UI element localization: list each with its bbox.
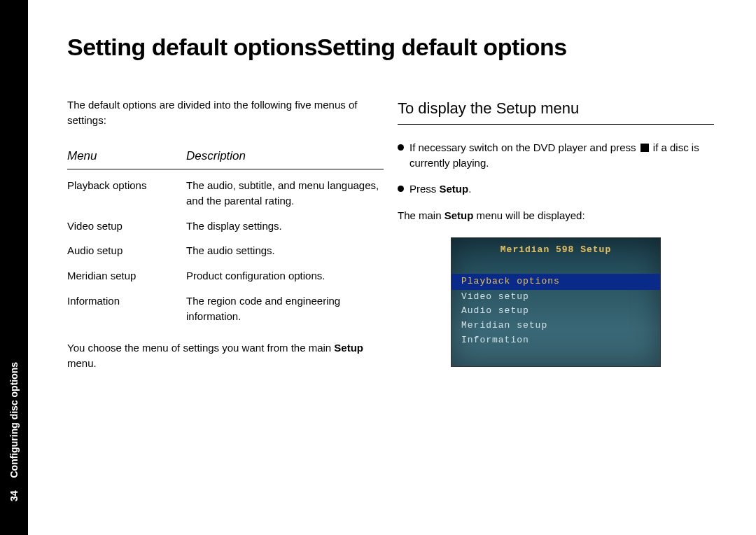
- cell-desc: Product configuration options.: [186, 268, 384, 284]
- closing-suffix: menu.: [67, 357, 97, 369]
- cell-desc: The display settings.: [186, 218, 384, 234]
- closing-text: You choose the menu of settings you want…: [67, 340, 384, 371]
- cell-menu: Playback options: [67, 178, 186, 209]
- screenshot-menu-item: Audio setup: [451, 304, 660, 319]
- followup-suffix: menu will be displayed:: [473, 209, 584, 221]
- menu-table: Menu Description Playback options The au…: [67, 148, 384, 324]
- page-number: 34: [8, 490, 20, 501]
- left-column: The default options are divided into the…: [67, 97, 384, 371]
- screenshot-menu-item: Video setup: [451, 290, 660, 305]
- cell-menu: Audio setup: [67, 243, 186, 258]
- screenshot-menu-item-selected: Playback options: [451, 274, 660, 290]
- step2-suffix: .: [468, 183, 471, 195]
- table-row: Playback options The audio, subtitle, an…: [67, 178, 384, 209]
- table-row: Audio setup The audio settings.: [67, 243, 384, 258]
- cell-menu: Meridian setup: [67, 268, 186, 284]
- table-row: Information The region code and engineer…: [67, 293, 384, 324]
- right-heading: To display the Setup menu: [398, 97, 714, 125]
- table-header-row: Menu Description: [67, 148, 384, 170]
- table-row: Video setup The display settings.: [67, 218, 384, 234]
- intro-text: The default options are divided into the…: [67, 97, 384, 128]
- step2-bold: Setup: [440, 183, 469, 195]
- step-2: Press Setup.: [398, 181, 714, 197]
- stop-icon: [640, 144, 649, 152]
- sidebar-section-label: 34 Configuring disc options: [0, 0, 28, 535]
- screenshot-title: Meridian 598 Setup: [451, 244, 660, 257]
- page-title: Setting default optionsSetting default o…: [67, 34, 714, 67]
- step1-prefix: If necessary switch on the DVD player an…: [410, 141, 639, 153]
- right-column: To display the Setup menu If necessary s…: [398, 97, 714, 371]
- closing-prefix: You choose the menu of settings you want…: [67, 342, 334, 354]
- cell-menu: Video setup: [67, 218, 186, 234]
- screenshot-menu-item: Meridian setup: [451, 319, 660, 333]
- closing-bold: Setup: [334, 342, 363, 354]
- table-header-menu: Menu: [67, 148, 186, 165]
- screenshot-menu-item: Information: [451, 333, 660, 348]
- cell-menu: Information: [67, 293, 186, 324]
- step-1: If necessary switch on the DVD player an…: [398, 140, 714, 171]
- followup-prefix: The main: [398, 209, 444, 221]
- setup-menu-screenshot: Meridian 598 Setup Playback options Vide…: [451, 237, 661, 367]
- table-row: Meridian setup Product configuration opt…: [67, 268, 384, 284]
- page-body: Setting default optionsSetting default o…: [28, 0, 756, 399]
- bullet-icon: [398, 186, 404, 192]
- cell-desc: The audio settings.: [186, 243, 384, 258]
- table-header-desc: Description: [186, 148, 384, 165]
- cell-desc: The region code and engineering informat…: [186, 293, 384, 324]
- screenshot-menu-list: Playback options Video setup Audio setup…: [451, 274, 660, 348]
- cell-desc: The audio, subtitle, and menu languages,…: [186, 178, 384, 209]
- step2-prefix: Press: [410, 183, 440, 195]
- bullet-icon: [398, 144, 404, 151]
- followup-text: The main Setup menu will be displayed:: [398, 208, 714, 223]
- section-label: Configuring disc options: [8, 362, 20, 478]
- followup-bold: Setup: [444, 209, 474, 221]
